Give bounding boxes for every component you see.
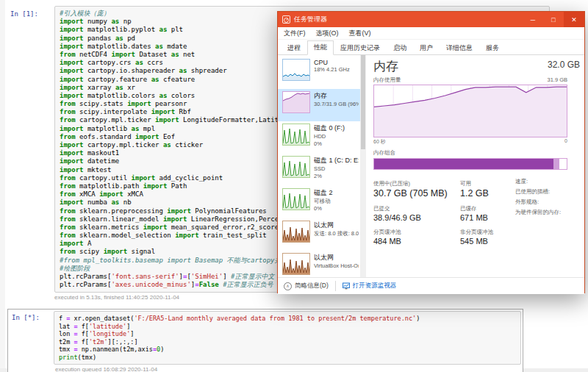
disk-mini-graph-icon [282, 124, 310, 146]
tm-sidebar: CPU18% 4.21 GHz内存30.7/31.9 GB (96%)磁盘 0 … [278, 55, 360, 277]
open-resource-monitor-link[interactable]: 打开资源监视器 [343, 282, 397, 290]
net-mini-graph-icon [282, 221, 310, 243]
menu-item[interactable]: 选项(O) [316, 29, 339, 38]
stat-value: 1.2 GB [460, 188, 513, 198]
sidebar-item-detail: 18% 4.21 GHz [314, 66, 350, 74]
sidebar-item-memory-1[interactable]: 内存30.7/31.9 GB (96%) [278, 89, 360, 121]
stat-value: 38.9/46.9 GB [373, 213, 460, 222]
sidebar-item-cpu-0[interactable]: CPU18% 4.21 GHz [278, 57, 360, 89]
cell2-prompt: In [*]: [10, 311, 54, 365]
tab-bar: 进程性能应用历史记录启动用户详细信息服务 [278, 40, 584, 55]
sidebar-item-name: 磁盘 2 [314, 188, 333, 198]
cell2-execution-status: execution queued 16:08:29 2020-11-04 [55, 366, 521, 372]
composition-segment-1 [553, 159, 559, 169]
titlebar[interactable]: 任务管理器 ─ □ ✕ [278, 12, 584, 27]
taskmanager-icon [282, 15, 290, 24]
sidebar-item-net-5[interactable]: 以太网发送: 8.0 接收: 8.0 Kbps [278, 218, 360, 251]
memory-stat-5: 非分页缓冲池545 MB [460, 229, 513, 246]
task-manager-window: 任务管理器 ─ □ ✕ 文件(F)选项(O)查看(V) 进程性能应用历史记录启动… [277, 11, 585, 293]
composition-segment-0 [374, 159, 553, 169]
menu-item[interactable]: 查看(V) [349, 29, 371, 38]
graph-time-axis-label: 60 秒 [373, 138, 386, 146]
footer-separator [335, 281, 336, 291]
resource-monitor-icon [343, 282, 350, 290]
memory-composition-bar[interactable] [373, 158, 567, 170]
disk-mini-graph-icon [282, 156, 310, 178]
memory-stat-3: 已缓存671 MB [460, 205, 513, 222]
sidebar-item-detail: 可移动 [314, 198, 333, 205]
sidebar-item-name: 以太网 [314, 253, 359, 262]
memory-stat-2: 已提交38.9/46.9 GB [373, 205, 460, 222]
minimize-button[interactable]: ─ [523, 12, 543, 27]
sidebar-item-detail: SSD [314, 165, 359, 173]
cell2-code[interactable]: f = xr.open_dataset('F:/ERA5-Land monthl… [59, 315, 516, 361]
stat-value: 484 MB [373, 237, 460, 246]
tab-启动[interactable]: 启动 [387, 41, 413, 55]
tab-性能[interactable]: 性能 [307, 40, 334, 55]
memory-stat-4: 分页缓冲池484 MB [373, 229, 460, 246]
code-line: lat = f['latitude'] [59, 323, 516, 331]
sidebar-item-name: CPU [314, 59, 350, 66]
cell1-prompt: In [1]: [10, 10, 38, 18]
tab-用户[interactable]: 用户 [413, 41, 440, 55]
hardware-label-2: 外形规格: [515, 197, 581, 207]
code-cell-2[interactable]: In [*]: f = xr.open_dataset('F:/ERA5-Lan… [7, 309, 523, 372]
sidebar-item-detail: VirtualBox Host-On... [314, 262, 359, 270]
tab-服务[interactable]: 服务 [479, 41, 506, 55]
stat-label: 可用 [460, 180, 513, 187]
memory-usage-label: 内存使用量 [373, 76, 401, 84]
code-line: print(tmx) [59, 354, 516, 362]
stat-value: 545 MB [460, 237, 513, 246]
sidebar-item-detail: 0% [314, 205, 333, 212]
hardware-label-3: 为硬件保留的内存: [515, 207, 581, 218]
sidebar-item-detail: 2% [314, 173, 359, 180]
sidebar-item-disk-2[interactable]: 磁盘 0 (F:)HDD0% [278, 121, 360, 154]
sidebar-item-disk-4[interactable]: 磁盘 2可移动0% [278, 186, 360, 218]
memory-composition-label: 内存组合 [373, 149, 580, 157]
sidebar-item-detail: 30.7/31.9 GB (96%) [314, 101, 359, 108]
memory-stats: 使用中(已压缩)30.7 GB (705 MB)可用1.2 GB已提交38.9/… [373, 180, 513, 246]
summary-toggle-label: 简略信息(D) [295, 282, 329, 290]
scrollbar-thumb[interactable] [361, 55, 365, 149]
code-line: t2m = f['t2m'][:,:,:] [59, 338, 516, 346]
memory-stat-1: 可用1.2 GB [460, 180, 513, 198]
sidebar-item-detail: HDD [314, 133, 345, 140]
sidebar-item-name: 内存 [314, 91, 359, 101]
resource-monitor-label: 打开资源监视器 [353, 282, 397, 290]
memory-stat-0: 使用中(已压缩)30.7 GB (705 MB) [373, 180, 460, 198]
stat-value: 30.7 GB (705 MB) [373, 188, 460, 198]
cell1-execution-status: executed in 5.13s, finished 11:40:25 202… [54, 294, 550, 301]
code-line: lon = f['longitude'] [59, 330, 516, 338]
tab-进程[interactable]: 进程 [281, 41, 307, 55]
sidebar-item-detail: 发送: 8.0 接收: 8.0 Kbps [314, 230, 359, 237]
memory-max-label: 31.9 GB [547, 76, 567, 84]
menu-item[interactable]: 文件(F) [284, 29, 306, 38]
net-mini-graph-icon [282, 253, 310, 275]
stat-value: 671 MB [460, 213, 513, 222]
composition-segment-2 [559, 159, 567, 169]
maximize-button[interactable]: □ [543, 12, 564, 27]
sidebar-item-disk-3[interactable]: 磁盘 1 (C: D: E:SSD2% [278, 154, 360, 186]
hardware-label-1: 已使用的插槽: [515, 187, 581, 197]
stat-label: 已提交 [373, 205, 460, 212]
performance-pane: CPU18% 4.21 GHz内存30.7/31.9 GB (96%)磁盘 0 … [278, 55, 584, 277]
cell2-input-area[interactable]: f = xr.open_dataset('F:/ERA5-Land monthl… [54, 311, 521, 365]
tab-详细信息[interactable]: 详细信息 [440, 41, 479, 55]
sidebar-item-detail: 0% [314, 140, 345, 148]
code-line: tmx = np.nanmean(t2m,axis=0) [59, 346, 516, 354]
memory-usage-graph[interactable] [373, 85, 567, 137]
stat-label: 已缓存 [460, 205, 513, 212]
collapse-circle-icon: ∧ [284, 282, 292, 290]
tab-应用历史记录[interactable]: 应用历史记录 [334, 41, 387, 55]
close-button[interactable]: ✕ [564, 12, 584, 27]
window-title: 任务管理器 [294, 15, 523, 24]
screen: In [1]: #引入模块（庞）import numpy as npimport… [0, 0, 588, 372]
sidebar-item-name: 以太网 [314, 221, 359, 230]
sidebar-item-name: 磁盘 0 (F:) [314, 124, 345, 133]
memory-total-capacity: 32.0 GB [548, 60, 580, 70]
stat-label: 使用中(已压缩) [373, 180, 460, 187]
sidebar-scrollbar[interactable] [360, 55, 366, 277]
sidebar-item-net-6[interactable]: 以太网VirtualBox Host-On... [278, 251, 360, 277]
menubar: 文件(F)选项(O)查看(V) [278, 27, 584, 40]
summary-toggle[interactable]: ∧ 简略信息(D) [284, 282, 329, 290]
